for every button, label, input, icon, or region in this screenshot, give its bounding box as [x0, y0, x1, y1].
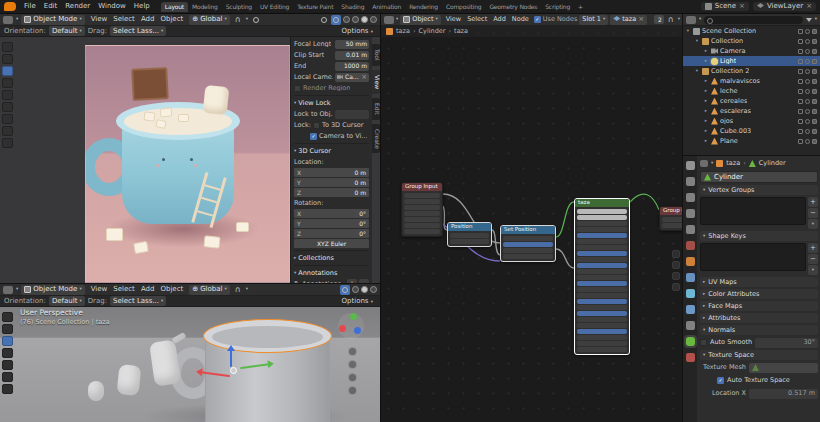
selectable-toggle-icon[interactable] — [798, 39, 803, 44]
node-socket-row[interactable] — [577, 233, 627, 238]
hide-viewport-eye-icon[interactable] — [805, 49, 810, 54]
hide-render-camera-icon[interactable] — [812, 39, 817, 44]
hide-render-camera-icon[interactable] — [812, 59, 817, 64]
remove-vertex-group-button[interactable]: − — [808, 208, 818, 218]
node-socket-row[interactable] — [577, 257, 627, 262]
user-count-field[interactable]: 2 — [654, 15, 664, 24]
shading-solid-icon[interactable] — [352, 16, 359, 23]
select-box-tool[interactable] — [2, 54, 13, 64]
orientation-value-dropdown[interactable]: Default▾ — [49, 26, 85, 36]
hide-render-camera-icon[interactable] — [812, 89, 817, 94]
slot-dropdown[interactable]: Slot 1▾ — [579, 15, 608, 25]
workspace-tab[interactable]: Shading — [337, 2, 368, 12]
outliner-row[interactable]: ▸ leche — [683, 86, 820, 96]
clay-marshmallow[interactable] — [88, 381, 104, 401]
viewlayer-selector[interactable]: ViewLayer × — [753, 2, 816, 11]
node-socket-row[interactable] — [577, 275, 627, 280]
workspace-tab[interactable]: Compositing — [442, 2, 485, 12]
node-socket-row[interactable] — [577, 287, 627, 292]
selectable-toggle-icon[interactable] — [798, 109, 803, 114]
node-socket-row[interactable] — [450, 233, 489, 238]
node-socket-row[interactable] — [662, 223, 682, 228]
collapsed-panel-header[interactable]: ▸UV Maps — [700, 277, 818, 287]
node-socket-row[interactable] — [577, 263, 627, 268]
node-editor-menu-item[interactable]: Add — [490, 16, 509, 23]
scene-tab-icon[interactable] — [686, 225, 695, 234]
tool-tab-icon[interactable] — [686, 161, 695, 170]
disclosure-icon[interactable]: ▸ — [703, 109, 709, 114]
node-socket-row[interactable] — [404, 199, 440, 204]
n-panel-tab[interactable]: View — [372, 70, 380, 94]
transform-orientation-dropdown[interactable]: ⊕Global▾ — [189, 15, 229, 25]
selectable-toggle-icon[interactable] — [798, 119, 803, 124]
select-box-tool[interactable] — [2, 324, 13, 334]
texture-mesh-field[interactable] — [749, 363, 818, 373]
camera-view-icon[interactable] — [348, 373, 357, 382]
selectable-toggle-icon[interactable] — [798, 69, 803, 74]
outliner-row[interactable]: ▾ Collection — [683, 36, 820, 46]
workspace-tab[interactable]: Texture Paint — [293, 2, 337, 12]
node-socket-row[interactable] — [577, 311, 627, 316]
overlays-icon[interactable] — [340, 285, 350, 295]
shading-material-icon[interactable] — [361, 16, 368, 23]
cursor-rotation-field[interactable]: Y0° — [294, 219, 369, 228]
breadcrumb-data[interactable]: Cylinder — [419, 28, 446, 35]
hide-viewport-eye-icon[interactable] — [805, 119, 810, 124]
node-socket-row[interactable] — [404, 229, 440, 234]
selectable-toggle-icon[interactable] — [798, 79, 803, 84]
node-editor-menu-item[interactable]: Select — [464, 16, 490, 23]
orientation-value-dropdown[interactable]: Default▾ — [49, 296, 85, 306]
axis-y-dot[interactable] — [350, 313, 357, 320]
node-socket-row[interactable] — [577, 323, 627, 328]
drag-mode-dropdown[interactable]: Select Lass...▾ — [110, 26, 166, 36]
node-tree-type-dropdown[interactable]: Object▾ — [400, 15, 440, 25]
breadcrumb-object[interactable]: taza — [396, 28, 410, 35]
render-tab-icon[interactable] — [686, 177, 695, 186]
hide-viewport-eye-icon[interactable] — [805, 69, 810, 74]
lock-object-field[interactable] — [335, 110, 369, 119]
editor-type-icon[interactable] — [384, 16, 394, 24]
visibility-toggles[interactable] — [798, 109, 817, 114]
cursor-tool[interactable] — [2, 78, 13, 88]
remove-shape-key-button[interactable]: − — [808, 254, 818, 264]
hide-render-camera-icon[interactable] — [812, 69, 817, 74]
add-shape-key-button[interactable]: + — [808, 243, 818, 253]
camera-view[interactable] — [85, 45, 290, 283]
visibility-toggles[interactable] — [798, 59, 817, 64]
add-vertex-group-button[interactable]: + — [808, 197, 818, 207]
node-socket-row[interactable] — [577, 293, 627, 298]
viewport-menu-item[interactable]: Select — [110, 16, 138, 23]
editor-type-icon[interactable] — [700, 160, 708, 167]
measure-tool[interactable] — [2, 138, 13, 148]
visibility-toggles[interactable] — [798, 89, 817, 94]
outliner-row[interactable]: ▸ cereales — [683, 96, 820, 106]
snap-magnet-icon[interactable]: ∩ — [233, 285, 243, 295]
node-socket-row[interactable] — [404, 223, 440, 228]
axis-x-dot[interactable] — [339, 325, 346, 332]
hide-render-camera-icon[interactable] — [812, 109, 817, 114]
node-group-input[interactable]: Group Input — [401, 182, 443, 237]
tweak-tool[interactable] — [2, 42, 13, 52]
node-position[interactable]: Position — [447, 222, 492, 247]
editor-type-icon[interactable] — [686, 16, 696, 24]
node-socket-row[interactable] — [577, 335, 627, 340]
n-panel-tab[interactable]: Create — [372, 124, 380, 154]
visibility-toggles[interactable] — [798, 129, 817, 134]
cursor-location-field[interactable]: Y0 m — [294, 178, 369, 187]
menu-item[interactable]: Render — [61, 3, 94, 10]
disclosure-icon[interactable]: ▸ — [703, 89, 709, 94]
node-group-taza[interactable]: taza — [574, 198, 630, 355]
visibility-toggles[interactable] — [798, 39, 817, 44]
viewport-menu-item[interactable]: Add — [138, 16, 158, 23]
node-group-output[interactable]: Group Output — [659, 206, 682, 231]
hide-render-camera-icon[interactable] — [812, 49, 817, 54]
sidebar-tab-icon[interactable] — [672, 283, 680, 291]
toggle-perspective-icon[interactable] — [348, 386, 357, 395]
modifiers-tab-icon[interactable] — [686, 273, 695, 282]
location-x-field[interactable]: 0.517 m — [749, 389, 818, 399]
cursor-location-field[interactable]: Z0 m — [294, 188, 369, 197]
cursor-rotation-field[interactable]: X0° — [294, 209, 369, 218]
sidebar-tab-icon[interactable] — [672, 261, 680, 269]
node-socket-row[interactable] — [577, 209, 627, 214]
collections-panel-header[interactable]: ▸Collections — [294, 253, 369, 263]
